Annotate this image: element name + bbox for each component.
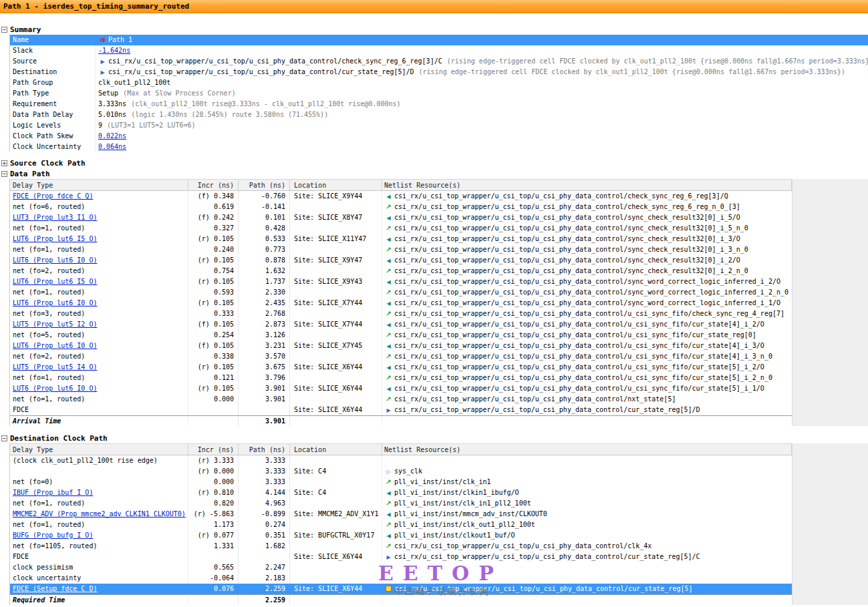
destination-clock-path-total-row[interactable]: Required Time2.259: [10, 594, 792, 605]
summary-value-link[interactable]: 0.064ns: [98, 143, 126, 150]
column-header-delay-type[interactable]: Delay Type: [10, 444, 188, 455]
delay-type-cell: LUT6 (Prop lut6 I0 O): [10, 383, 188, 394]
column-header-incr-ns[interactable]: Incr (ns): [188, 180, 239, 190]
delay-type-link[interactable]: FDCE (Setup fdce C D): [13, 585, 97, 592]
data-path-row[interactable]: net (fo=1, routed)0.0003.901↗csi_rx/u_cs…: [10, 394, 792, 405]
delay-type-link[interactable]: LUT3 (Prop lut3 I1 O): [13, 214, 97, 221]
summary-row-path-type[interactable]: Path TypeSetup(Max at Slow Process Corne…: [10, 88, 868, 99]
path-value: 0.101: [239, 212, 290, 223]
column-header-location[interactable]: Location: [290, 444, 382, 455]
destination-clock-path-row[interactable]: clock uncertainty-0.0642.183: [10, 573, 792, 584]
data-path-row[interactable]: FDCESite: SLICE_X6Y44▶csi_rx/u_csi_top_w…: [10, 405, 792, 415]
destination-clock-path-row[interactable]: FDCESite: SLICE_X6Y44▶csi_rx/u_csi_top_w…: [10, 552, 792, 562]
data-path-row[interactable]: LUT6 (Prop lut6 I5 O)(r) 0.1051.737Site:…: [10, 276, 792, 287]
delay-type-link[interactable]: LUT6 (Prop lut6 I5 O): [13, 278, 97, 285]
location-value: [290, 244, 382, 255]
data-path-row[interactable]: net (fo=1, routed)0.5932.330↗csi_rx/u_cs…: [10, 287, 792, 298]
data-path-row[interactable]: LUT6 (Prop lut6 I0 O)(r) 0.1050.878Site:…: [10, 255, 792, 266]
summary-value-text: csi_rx/u_csi_top_wrapper/u_csi_top/u_csi…: [108, 57, 442, 65]
delay-type-link[interactable]: LUT6 (Prop lut6 I0 O): [13, 342, 97, 349]
data-path-row[interactable]: net (fo=5, routed)0.2543.126↗csi_rx/u_cs…: [10, 330, 792, 341]
summary-row-requirement[interactable]: Requirement3.333ns(clk_out1_pll2_100t ri…: [10, 99, 868, 110]
delay-type-link[interactable]: IBUF (Prop ibuf I O): [13, 489, 93, 496]
collapse-icon[interactable]: −: [1, 435, 7, 441]
netlist-resource-cell: ↗csi_rx/u_csi_top_wrapper/u_csi_top/u_cs…: [382, 394, 792, 405]
destination-clock-path-row[interactable]: FDCE (Setup fdce C D)0.0762.259Site: SLI…: [10, 584, 792, 594]
destination-clock-path-row[interactable]: net (fo=1105, routed)1.3311.682↗csi_rx/u…: [10, 541, 792, 552]
summary-value-text: Setup: [98, 89, 118, 97]
data-path-row[interactable]: net (fo=2, routed)0.7541.632↗csi_rx/u_cs…: [10, 266, 792, 276]
data-path-row[interactable]: LUT5 (Prop lut5 I2 O)(f) 0.1052.873Site:…: [10, 319, 792, 330]
delay-type-link[interactable]: LUT6 (Prop lut6 I0 O): [13, 385, 97, 392]
data-path-total-row[interactable]: Arrival Time3.901: [10, 415, 792, 426]
destination-clock-path-row[interactable]: net (fo=0)0.0003.333↗pll_vi_inst/inst/cl…: [10, 477, 792, 487]
data-path-row[interactable]: FDCE (Prop fdce C Q)(f) 0.348-0.760Site:…: [10, 191, 792, 202]
netlist-resource-text: pll_vi_inst/inst/clk_out1_pll2_100t: [394, 521, 535, 528]
summary-row-source[interactable]: Source▶csi_rx/u_csi_top_wrapper/u_csi_to…: [10, 56, 868, 67]
column-header-incr-ns[interactable]: Incr (ns): [188, 444, 239, 455]
netlist-resource-cell: ◀csi_rx/u_csi_top_wrapper/u_csi_top/u_cs…: [382, 276, 792, 287]
summary-row-slack[interactable]: Slack-1.642ns: [10, 45, 868, 56]
netlist-resource-text: csi_rx/u_csi_top_wrapper/u_csi_top/u_csi…: [394, 192, 728, 200]
delay-type-link[interactable]: LUT5 (Prop lut5 I4 O): [13, 363, 97, 371]
location-value: [290, 562, 382, 573]
delay-type-cell: IBUF (Prop ibuf I O): [10, 487, 188, 498]
column-header-netlist-resource-s[interactable]: Netlist Resource(s): [382, 444, 792, 455]
data-path-row[interactable]: LUT3 (Prop lut3 I1 O)(f) 0.2420.101Site:…: [10, 212, 792, 223]
delay-type-link[interactable]: LUT6 (Prop lut6 I0 O): [13, 299, 97, 307]
column-header-path-ns[interactable]: Path (ns): [239, 180, 290, 190]
data-path-table-wrap: Delay TypeIncr (ns)Path (ns)LocationNetl…: [0, 179, 868, 426]
data-path-row[interactable]: net (fo=3, routed)0.3332.768↗csi_rx/u_cs…: [10, 309, 792, 319]
delay-type-link[interactable]: LUT6 (Prop lut6 I0 O): [13, 256, 97, 264]
summary-row-name[interactable]: Name⇉Path 1: [10, 35, 868, 45]
delay-type-link[interactable]: MMCME2_ADV (Prop mmcme2_adv CLKIN1 CLKOU…: [13, 510, 186, 518]
delay-type-link[interactable]: LUT5 (Prop lut5 I2 O): [13, 321, 97, 328]
destination-clock-path-row[interactable]: BUFG (Prop bufg I O)(r) 0.0770.351Site: …: [10, 530, 792, 541]
title-bar[interactable]: Path 1 - iserdes_top_timing_summary_rout…: [0, 0, 868, 13]
destination-clock-path-row[interactable]: clock pessimism0.5652.247: [10, 562, 792, 573]
delay-type-link[interactable]: FDCE (Prop fdce C Q): [13, 192, 93, 200]
destination-clock-path-row[interactable]: net (fo=1, routed)0.8204.963↗pll_vi_inst…: [10, 498, 792, 509]
data-path-row[interactable]: LUT6 (Prop lut6 I5 O)(r) 0.1050.533Site:…: [10, 234, 792, 244]
column-header-location[interactable]: Location: [290, 180, 382, 190]
path-value: 2.259: [239, 584, 290, 594]
summary-value-link[interactable]: 0.022ns: [98, 132, 126, 140]
expand-icon[interactable]: +: [1, 160, 7, 166]
summary-row-data-path-delay[interactable]: Data Path Delay5.010ns(logic 1.430ns (28…: [10, 110, 868, 120]
data-path-row[interactable]: net (fo=6, routed)0.619-0.141↗csi_rx/u_c…: [10, 202, 792, 212]
delay-type-link[interactable]: LUT6 (Prop lut6 I5 O): [13, 235, 97, 242]
destination-clock-path-row[interactable]: (r) 0.0003.333Site: C4▷sys_clk: [10, 466, 792, 477]
data-path-row[interactable]: net (fo=1, routed)0.2400.773↗csi_rx/u_cs…: [10, 244, 792, 255]
summary-row-clock-path-skew[interactable]: Clock Path Skew0.022ns: [10, 131, 868, 142]
column-header-netlist-resource-s[interactable]: Netlist Resource(s): [382, 180, 792, 190]
path-value: 3.901: [239, 383, 290, 394]
incr-value: (r) 3.333: [188, 455, 239, 466]
data-path-row[interactable]: net (fo=1, routed)0.1213.796↗csi_rx/u_cs…: [10, 373, 792, 383]
destination-clock-path-row[interactable]: MMCME2_ADV (Prop mmcme2_adv CLKIN1 CLKOU…: [10, 509, 792, 520]
summary-row-destination[interactable]: Destination▶csi_rx/u_csi_top_wrapper/u_c…: [10, 67, 868, 77]
column-header-path-ns[interactable]: Path (ns): [239, 444, 290, 455]
incr-value: (f) 0.242: [188, 212, 239, 223]
collapse-icon[interactable]: −: [1, 27, 7, 33]
data-path-row[interactable]: net (fo=1, routed)0.3270.428↗csi_rx/u_cs…: [10, 223, 792, 234]
collapse-icon[interactable]: −: [1, 171, 7, 177]
summary-row-clock-uncertainty[interactable]: Clock Uncertainty0.064ns: [10, 142, 868, 152]
data-path-row[interactable]: LUT6 (Prop lut6 I0 O)(r) 0.1053.901Site:…: [10, 383, 792, 394]
destination-clock-path-row[interactable]: IBUF (Prop ibuf I O)(r) 0.8104.144Site: …: [10, 487, 792, 498]
delay-type-link[interactable]: BUFG (Prop bufg I O): [13, 532, 93, 539]
data-path-row[interactable]: LUT6 (Prop lut6 I0 O)(r) 0.1052.435Site:…: [10, 298, 792, 309]
column-header-delay-type[interactable]: Delay Type: [10, 180, 188, 190]
data-path-row[interactable]: LUT6 (Prop lut6 I0 O)(f) 0.1053.231Site:…: [10, 341, 792, 351]
summary-value: 9(LUT3=1 LUT5=2 LUT6=6): [96, 120, 868, 131]
summary-row-logic-levels[interactable]: Logic Levels9(LUT3=1 LUT5=2 LUT6=6): [10, 120, 868, 131]
summary-value-link[interactable]: -1.642ns: [98, 47, 130, 54]
destination-clock-path-row[interactable]: (clock clk_out1_pll2_100t rise edge)(r) …: [10, 455, 792, 466]
data-path-row[interactable]: LUT5 (Prop lut5 I4 O)(r) 0.1053.675Site:…: [10, 362, 792, 373]
incr-value: 1.173: [188, 520, 239, 530]
data-path-row[interactable]: net (fo=2, routed)0.3383.570↗csi_rx/u_cs…: [10, 351, 792, 362]
location-value: [290, 223, 382, 234]
summary-table: Name⇉Path 1Slack-1.642nsSource▶csi_rx/u_…: [9, 35, 868, 152]
destination-clock-path-row[interactable]: net (fo=1, routed)1.1730.274↗pll_vi_inst…: [10, 520, 792, 530]
summary-row-path-group[interactable]: Path Groupclk_out1_pll2_100t: [10, 77, 868, 88]
table-filler: [792, 179, 868, 426]
